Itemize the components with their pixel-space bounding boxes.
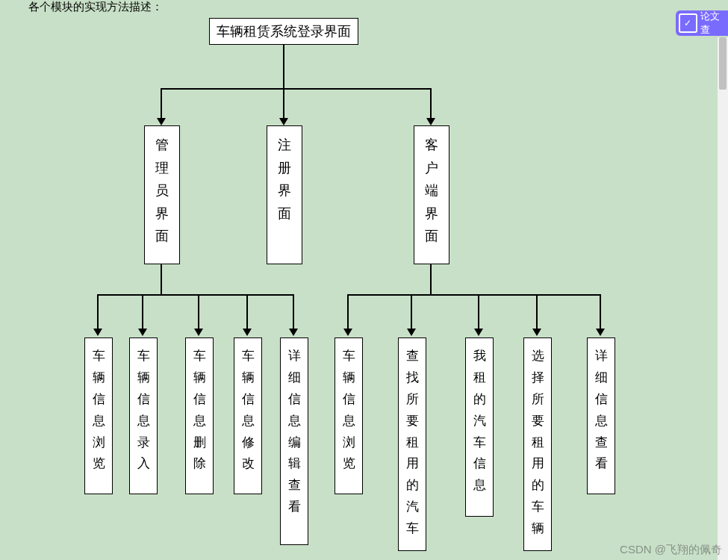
line <box>347 294 349 330</box>
leaf-label: 查找所要租用的汽车 <box>406 346 419 540</box>
leaf-label: 我租的汽车信息 <box>473 346 486 497</box>
scrollbar[interactable] <box>718 37 728 560</box>
line <box>283 88 284 119</box>
arrow-icon <box>532 329 541 336</box>
register-box: 注册界面 <box>267 125 302 264</box>
leaf-label: 车辆信息浏览 <box>93 346 105 475</box>
line <box>161 264 162 294</box>
arrow-icon <box>243 329 252 336</box>
line <box>97 294 293 296</box>
arrow-icon <box>289 329 298 336</box>
leaf-admin-4: 详细信息编辑查看 <box>280 337 308 545</box>
watermark: CSDN @飞翔的佩奇 <box>620 543 722 557</box>
arrow-icon <box>194 329 203 336</box>
leaf-label: 车辆信息浏览 <box>343 346 355 475</box>
leaf-client-2: 我租的汽车信息 <box>465 337 494 517</box>
arrow-icon <box>343 329 352 336</box>
client-box: 客户端界面 <box>414 125 449 264</box>
line <box>411 294 412 330</box>
line <box>161 88 162 119</box>
root-box: 车辆租赁系统登录界面 <box>209 18 358 45</box>
line <box>293 294 294 330</box>
arrow-icon <box>138 329 147 336</box>
leaf-label: 详细信息查看 <box>595 346 608 475</box>
leaf-label: 车辆信息删除 <box>193 346 206 475</box>
leaf-client-3: 选择所要租用的车辆 <box>523 337 552 551</box>
line <box>347 294 600 296</box>
admin-label: 管理员界面 <box>155 134 169 248</box>
client-label: 客户端界面 <box>425 134 438 248</box>
line <box>97 294 99 330</box>
leaf-client-1: 查找所要租用的汽车 <box>398 337 426 551</box>
line <box>478 294 479 330</box>
line <box>246 294 248 330</box>
arrow-icon <box>426 118 435 125</box>
leaf-label: 选择所要租用的车辆 <box>532 346 544 540</box>
line <box>142 294 143 330</box>
arrow-icon <box>407 329 416 336</box>
floating-badge[interactable]: ✓ 论文查 <box>676 10 728 36</box>
line <box>198 294 199 330</box>
page-fragment-text: 各个模块的实现方法描述： <box>28 0 163 14</box>
root-label: 车辆租赁系统登录界面 <box>217 22 351 40</box>
line <box>430 88 432 119</box>
leaf-label: 车辆信息修改 <box>242 346 255 475</box>
admin-box: 管理员界面 <box>144 125 180 264</box>
arrow-icon <box>93 329 102 336</box>
leaf-admin-1: 车辆信息录入 <box>129 337 158 494</box>
line <box>283 45 284 88</box>
leaf-client-0: 车辆信息浏览 <box>335 337 363 494</box>
badge-label: 论文查 <box>700 10 728 37</box>
leaf-label: 详细信息编辑查看 <box>288 346 301 518</box>
leaf-admin-3: 车辆信息修改 <box>234 337 262 494</box>
arrow-icon <box>157 118 166 125</box>
arrow-icon <box>596 329 605 336</box>
leaf-admin-2: 车辆信息删除 <box>185 337 214 494</box>
leaf-client-4: 详细信息查看 <box>587 337 615 494</box>
register-label: 注册界面 <box>278 134 291 225</box>
line <box>161 88 431 90</box>
document-check-icon: ✓ <box>679 13 697 33</box>
scrollbar-thumb[interactable] <box>719 37 727 90</box>
arrow-icon <box>474 329 483 336</box>
line <box>430 264 432 294</box>
arrow-icon <box>279 118 288 125</box>
line <box>600 294 601 330</box>
leaf-label: 车辆信息录入 <box>137 346 150 475</box>
line <box>536 294 538 330</box>
leaf-admin-0: 车辆信息浏览 <box>84 337 113 494</box>
